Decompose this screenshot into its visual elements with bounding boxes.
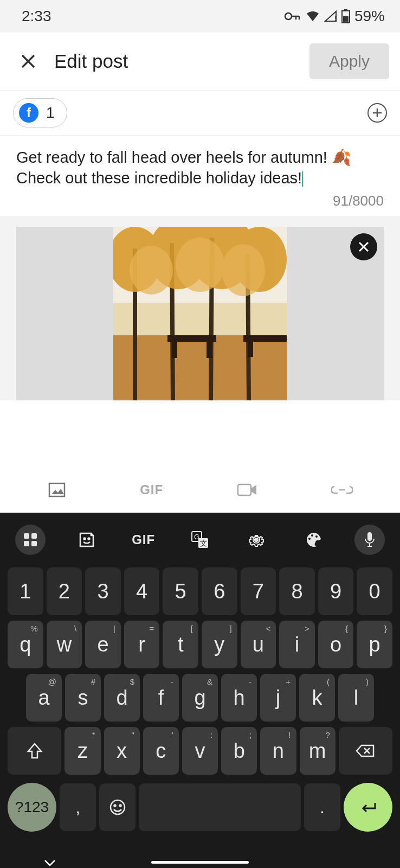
battery-percent: 59%: [354, 8, 385, 25]
account-row: f 1: [0, 91, 400, 136]
svg-rect-18: [243, 335, 287, 342]
key-x[interactable]: x": [104, 727, 140, 775]
key-z[interactable]: z*: [64, 727, 100, 775]
keyboard: GIF G文 1234567890 q%w\e|r=t[y]u<i>o{p} a…: [0, 513, 400, 853]
key-d[interactable]: d$: [104, 674, 140, 722]
key-j[interactable]: j+: [260, 674, 296, 722]
key-1[interactable]: 1: [8, 567, 43, 615]
post-text[interactable]: Get ready to fall head over heels for au…: [16, 148, 384, 188]
key-i[interactable]: i>: [279, 621, 315, 668]
account-count: 1: [46, 104, 55, 122]
hide-keyboard-button[interactable]: [43, 858, 56, 867]
nav-handle[interactable]: [151, 861, 249, 864]
period-key[interactable]: .: [304, 783, 340, 831]
battery-icon: [341, 9, 350, 23]
kb-gif-button[interactable]: GIF: [128, 525, 159, 555]
key-k[interactable]: k(: [299, 674, 335, 722]
enter-key[interactable]: [344, 783, 392, 832]
status-bar: 2:33 ! 59%: [0, 0, 400, 33]
svg-point-37: [111, 800, 125, 814]
key-n[interactable]: n!: [260, 727, 296, 775]
key-o[interactable]: o{: [318, 621, 354, 668]
key-6[interactable]: 6: [202, 567, 237, 615]
svg-rect-19: [248, 342, 253, 357]
key-v[interactable]: v:: [182, 727, 218, 775]
apply-button[interactable]: Apply: [309, 43, 389, 79]
kb-theme-icon[interactable]: [298, 525, 328, 555]
svg-rect-22: [24, 533, 29, 539]
text-caret: [302, 171, 303, 187]
key-b[interactable]: b;: [221, 727, 257, 775]
key-c[interactable]: c': [143, 727, 179, 775]
attached-image[interactable]: [16, 227, 384, 400]
key-h[interactable]: h-: [221, 674, 257, 722]
compose-area[interactable]: Get ready to fall head over heels for au…: [0, 136, 400, 216]
kb-translate-icon[interactable]: G文: [185, 525, 215, 555]
svg-point-33: [308, 538, 311, 540]
key-l[interactable]: l): [338, 674, 374, 722]
key-y[interactable]: y]: [202, 621, 237, 668]
attach-image-button[interactable]: [47, 480, 67, 500]
autumn-image: [113, 227, 287, 400]
shift-key[interactable]: [8, 727, 61, 775]
comma-key[interactable]: ,: [60, 783, 96, 831]
key-s[interactable]: s#: [65, 674, 101, 722]
key-a[interactable]: a@: [26, 674, 62, 722]
page-title: Edit post: [54, 50, 309, 72]
svg-text:文: 文: [199, 539, 207, 547]
remove-image-button[interactable]: [350, 233, 377, 260]
svg-rect-21: [238, 484, 251, 495]
kb-apps-icon[interactable]: [15, 525, 46, 555]
key-f[interactable]: f-: [143, 674, 179, 722]
key-t[interactable]: t[: [163, 621, 198, 668]
key-r[interactable]: r=: [124, 621, 160, 668]
add-account-button[interactable]: [367, 103, 387, 123]
key-3[interactable]: 3: [85, 567, 121, 615]
key-q[interactable]: q%: [8, 621, 43, 668]
key-8[interactable]: 8: [279, 567, 315, 615]
svg-rect-17: [207, 342, 212, 358]
key-u[interactable]: u<: [241, 621, 276, 668]
svg-rect-20: [49, 483, 64, 496]
attachment-bar: GIF: [0, 467, 400, 513]
status-time: 2:33: [22, 8, 51, 25]
key-5[interactable]: 5: [163, 567, 198, 615]
key-m[interactable]: m?: [300, 727, 336, 775]
key-g[interactable]: g&: [182, 674, 218, 722]
svg-rect-36: [367, 532, 372, 541]
account-chip[interactable]: f 1: [13, 98, 67, 127]
status-indicators: ! 59%: [284, 8, 385, 25]
keyboard-row-asdf: a@s#d$f-g&h-j+k(l): [4, 671, 396, 724]
key-p[interactable]: p}: [357, 621, 392, 668]
header: Edit post Apply: [0, 33, 400, 91]
kb-settings-icon[interactable]: [241, 525, 272, 555]
svg-rect-4: [343, 16, 349, 22]
attach-link-button[interactable]: [331, 484, 353, 495]
backspace-key[interactable]: [339, 727, 392, 775]
svg-rect-15: [167, 335, 216, 342]
key-4[interactable]: 4: [124, 567, 160, 615]
key-w[interactable]: w\: [47, 621, 82, 668]
signal-icon: !: [324, 10, 337, 22]
key-2[interactable]: 2: [47, 567, 82, 615]
char-count: 91/8000: [16, 193, 384, 209]
vpn-icon: [284, 11, 301, 22]
svg-rect-24: [24, 541, 29, 546]
svg-point-38: [114, 805, 115, 807]
key-e[interactable]: e|: [85, 621, 121, 668]
symbols-key[interactable]: ?123: [8, 783, 56, 832]
kb-mic-icon[interactable]: [354, 525, 385, 555]
key-9[interactable]: 9: [318, 567, 354, 615]
key-7[interactable]: 7: [241, 567, 276, 615]
svg-point-26: [84, 538, 86, 540]
attach-gif-button[interactable]: GIF: [140, 482, 163, 497]
key-0[interactable]: 0: [357, 567, 392, 615]
svg-point-32: [254, 538, 259, 542]
attach-video-button[interactable]: [236, 482, 258, 498]
kb-sticker-icon[interactable]: [72, 525, 102, 555]
close-button[interactable]: [17, 50, 39, 72]
space-key[interactable]: [139, 783, 301, 831]
svg-rect-25: [31, 541, 37, 546]
emoji-key[interactable]: [99, 783, 136, 831]
keyboard-toolbar: GIF G文: [4, 517, 396, 565]
